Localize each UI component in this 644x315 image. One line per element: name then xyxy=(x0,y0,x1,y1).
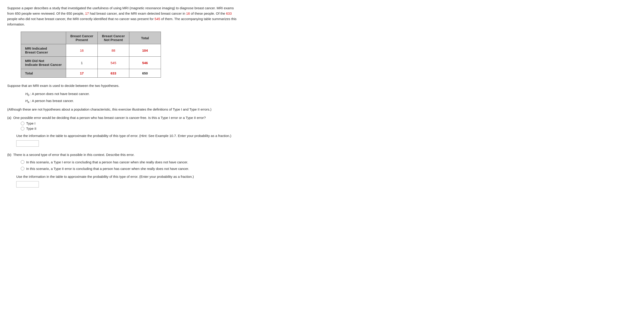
radio-type-i-input[interactable] xyxy=(21,122,24,125)
radio-type-i[interactable]: Type I xyxy=(21,122,241,125)
part-b-hint: Use the information in the table to appr… xyxy=(16,174,241,180)
h0-symbol: H0 xyxy=(25,91,29,98)
cell-indicated-present: 16 xyxy=(66,44,98,57)
data-table: Breast CancerPresent Breast CancerNot Pr… xyxy=(21,32,161,78)
row-label-mri-did-not: MRI Did NotIndicate Breast Cancer xyxy=(21,57,66,69)
intro-num1: 17 xyxy=(85,12,89,15)
cell-total-not-present: 633 xyxy=(98,69,129,78)
radio-type-i-error-desc[interactable]: In this scenario, a Type I error is conc… xyxy=(21,160,241,165)
radio-type-ii[interactable]: Type II xyxy=(21,126,241,130)
part-a-hint: Use the information in the table to appr… xyxy=(16,133,241,138)
h0-line: H0 : A person does not have breast cance… xyxy=(25,91,241,98)
radio-type-ii-error-label: In this scenario, a Type II error is con… xyxy=(26,166,189,172)
h0-text: : A person does not have breast cancer. xyxy=(30,91,90,97)
radio-type-ii-error-input[interactable] xyxy=(21,167,24,170)
row-label-total: Total xyxy=(21,69,66,78)
intro-text2: had breast cancer, and the MRI exam dete… xyxy=(89,12,186,15)
table-row-total: Total 17 633 650 xyxy=(21,69,161,78)
intro-text3: of these people. Of the xyxy=(190,12,226,15)
radio-type-i-error-input[interactable] xyxy=(21,160,24,164)
note-text: (Although these are not hypotheses about… xyxy=(7,107,241,112)
cell-indicated-not-present: 88 xyxy=(98,44,129,57)
intro-text4: people who did not have breast cancer, t… xyxy=(7,17,154,21)
part-a-question: (a) One possible error would be deciding… xyxy=(7,116,241,120)
cell-not-indicated-total: 546 xyxy=(129,57,161,69)
radio-type-ii-label: Type II xyxy=(26,126,36,130)
radio-type-ii-error-desc[interactable]: In this scenario, a Type II error is con… xyxy=(21,166,241,172)
radio-type-i-label: Type I xyxy=(26,122,36,125)
cell-not-indicated-not-present: 545 xyxy=(98,57,129,69)
cell-not-indicated-present: 1 xyxy=(66,57,98,69)
row-label-mri-indicated: MRI IndicatedBreast Cancer xyxy=(21,44,66,57)
radio-type-i-error-label: In this scenario, a Type I error is conc… xyxy=(26,160,188,165)
part-b-block: (b) There is a second type of error that… xyxy=(7,152,241,188)
ha-line: Ha : A person has breast cancer. xyxy=(25,98,241,105)
ha-text: : A person has breast cancer. xyxy=(30,98,74,104)
suppose-text: Suppose that an MRI exam is used to deci… xyxy=(7,83,241,88)
part-a-answer-input[interactable] xyxy=(16,140,39,147)
intro-num3: 633 xyxy=(226,12,232,15)
ha-symbol: Ha xyxy=(25,98,29,105)
table-row-mri-did-not: MRI Did NotIndicate Breast Cancer 1 545 … xyxy=(21,57,161,69)
part-b-label: (b) xyxy=(7,153,11,156)
cell-total-present: 17 xyxy=(66,69,98,78)
cell-total-total: 650 xyxy=(129,69,161,78)
intro-num2: 16 xyxy=(186,12,190,15)
part-b-answer-input[interactable] xyxy=(16,181,39,188)
table-header-present: Breast CancerPresent xyxy=(66,32,98,44)
cell-indicated-total: 104 xyxy=(129,44,161,57)
intro-paragraph: Suppose a paper describes a study that i… xyxy=(7,6,241,27)
intro-num4: 545 xyxy=(154,17,160,21)
part-a-block: (a) One possible error would be deciding… xyxy=(7,116,241,147)
part-b-question: (b) There is a second type of error that… xyxy=(7,152,241,158)
part-a-question-text: One possible error would be deciding tha… xyxy=(13,116,206,120)
table-header-total: Total xyxy=(129,32,161,44)
hypothesis-block: H0 : A person does not have breast cance… xyxy=(25,91,241,104)
part-a-label: (a) xyxy=(7,116,11,120)
radio-type-ii-input[interactable] xyxy=(21,127,24,130)
table-header-empty xyxy=(21,32,66,44)
table-row-mri-indicated: MRI IndicatedBreast Cancer 16 88 104 xyxy=(21,44,161,57)
part-b-question-text: There is a second type of error that is … xyxy=(13,153,134,156)
table-header-not-present: Breast CancerNot Present xyxy=(98,32,129,44)
